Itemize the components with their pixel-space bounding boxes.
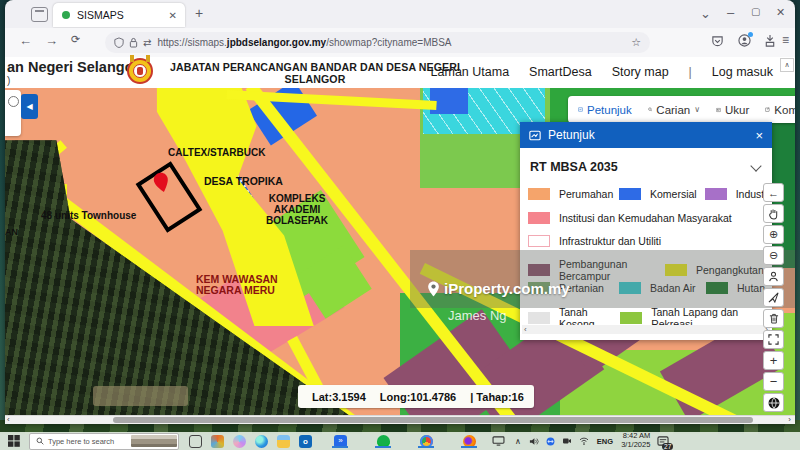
paint3d-icon[interactable] [211, 435, 224, 448]
hscroll-thumb[interactable] [113, 417, 753, 423]
tray-language[interactable]: ENG [597, 437, 613, 446]
eye-icon[interactable] [8, 96, 19, 107]
map-label-an: AN [5, 228, 18, 238]
status-long: Long:101.4786 [380, 391, 456, 403]
legend-panel-header[interactable]: Petunjuk × [520, 122, 772, 148]
hscroll-left-icon[interactable]: ‹ [7, 415, 10, 424]
swatch-komersial [619, 188, 641, 200]
back-tool-button[interactable]: ← [763, 183, 784, 202]
fullscreen-button[interactable] [763, 330, 784, 349]
tab-list-button[interactable]: ⌄ [700, 6, 711, 21]
map-label-townhouse: 48 units Townhouse [41, 211, 136, 222]
site-header: an Negeri Selangor ) JABATAN PERANCANGAN… [5, 57, 795, 88]
clipped-header-text2: ) [7, 75, 10, 86]
tab-close-icon[interactable]: ✕ [169, 10, 177, 21]
tray-camera-icon[interactable] [562, 437, 572, 445]
extensions-icon[interactable] [764, 34, 776, 47]
tray-volume-icon[interactable] [529, 437, 539, 446]
file-explorer-icon[interactable] [277, 435, 290, 448]
clipped-header-text: an Negeri Selangor [7, 59, 139, 75]
tab-bar: SISMAPS ✕ + ⌄ – ▢ ✕ [5, 0, 795, 28]
nav-log-masuk[interactable]: Log masuk [712, 65, 773, 79]
pocket-icon[interactable] [711, 35, 724, 48]
permissions-icon[interactable]: ⇄ [143, 37, 151, 48]
reload-button[interactable]: ⟳ [71, 33, 80, 46]
zoom-in-circle-button[interactable]: ⊕ [763, 225, 784, 244]
status-tahap: | Tahap:16 [470, 391, 524, 403]
tray-notifications[interactable]: 27 [657, 436, 669, 447]
copilot-icon[interactable] [233, 435, 246, 448]
tray-monitor-icon[interactable] [492, 436, 505, 446]
swatch-rekreasi [620, 312, 642, 324]
toolbar-carian[interactable]: Carian [656, 104, 690, 116]
spotify-task[interactable] [377, 435, 390, 448]
tray-clock[interactable]: 8:42 AM 3/1/2025 [621, 432, 650, 449]
nav-laman-utama[interactable]: Laman Utama [431, 65, 510, 79]
tray-teamviewer-icon[interactable] [546, 437, 555, 446]
tray-date: 3/1/2025 [621, 441, 650, 450]
legend-hscrollbar[interactable]: ‹ › [522, 325, 770, 334]
chrome-task[interactable] [420, 435, 433, 448]
collapse-panel-button[interactable]: ◀ [21, 94, 38, 119]
navigate-arrow-button[interactable] [763, 288, 784, 307]
browser-tab[interactable]: SISMAPS ✕ [53, 3, 185, 27]
firefox-view-icon[interactable] [31, 7, 48, 22]
map-label-caltex: CALTEX/STARBUCK [168, 148, 265, 159]
selangor-crest-logo [125, 57, 157, 88]
legend-icon [578, 104, 583, 115]
page-scroll-up-arrow[interactable]: ∧ [780, 58, 794, 72]
firefox-task[interactable] [463, 435, 476, 448]
swatch-institusi [528, 212, 550, 224]
menu-hamburger-icon[interactable]: ≡ [782, 33, 789, 47]
site-nav: Laman Utama SmartDesa Story map | Log ma… [431, 65, 773, 79]
carian-chevron-icon[interactable]: ∨ [694, 105, 700, 114]
basemap-globe-button[interactable] [763, 393, 784, 412]
window-close-button[interactable]: ✕ [776, 6, 785, 19]
map-canvas[interactable]: CALTEX/STARBUCK DESA TROPIKA KOMPLEKS AK… [5, 88, 795, 415]
shield-icon[interactable] [114, 37, 124, 48]
account-icon[interactable] [738, 34, 751, 47]
toolbar-komen[interactable]: Kom [774, 104, 795, 116]
legend-row-2: Institusi dan Kemudahan Masyarakat [528, 212, 732, 224]
taskbar-search-box[interactable]: Type here to search [29, 433, 179, 450]
map-label-kompleks: KOMPLEKS AKADEMI BOLASEPAK [257, 194, 337, 226]
tab-favicon [62, 11, 70, 19]
nav-divider: | [689, 65, 692, 79]
lock-icon[interactable] [129, 37, 138, 48]
tray-wifi-icon[interactable] [579, 437, 589, 445]
user-location-button[interactable] [763, 267, 784, 286]
bookmark-star-icon[interactable]: ☆ [631, 36, 641, 49]
browser-window: SISMAPS ✕ + ⌄ – ▢ ✕ ← → ⟳ ⇄ https://sism… [5, 0, 795, 424]
legend-plan-title: RT MBSA 2035 [530, 160, 618, 174]
window-maximize-button[interactable]: ▢ [751, 6, 760, 17]
nav-smartdesa[interactable]: SmartDesa [529, 65, 592, 79]
tray-hidden-icons-chevron[interactable]: ∧ [515, 437, 521, 446]
toolbar-petunjuk[interactable]: Petunjuk [587, 104, 632, 116]
outlook-icon[interactable]: o [299, 435, 312, 448]
nav-story-map[interactable]: Story map [612, 65, 669, 79]
forward-button[interactable]: → [45, 33, 58, 48]
pan-hand-button[interactable] [763, 204, 784, 223]
window-minimize-button[interactable]: – [727, 5, 734, 20]
legend-close-icon[interactable]: × [755, 128, 763, 143]
teamviewer-task[interactable]: » [334, 435, 347, 448]
back-button[interactable]: ← [19, 33, 32, 48]
start-button[interactable] [8, 435, 20, 447]
legend-scroll-left-icon[interactable]: ‹ [524, 325, 527, 334]
status-lat: Lat:3.1594 [312, 391, 366, 403]
legend-expand-chevron-icon[interactable] [750, 160, 761, 171]
delete-trash-button[interactable] [763, 309, 784, 328]
zoom-in-button[interactable]: + [763, 351, 784, 370]
swatch-infrastruktur [528, 235, 550, 247]
address-field[interactable]: ⇄ https://sismaps.jpbdselangor.gov.my/sh… [105, 32, 650, 53]
new-tab-button[interactable]: + [195, 5, 203, 21]
toolbar-ukur[interactable]: Ukur [725, 104, 749, 116]
edge-icon[interactable] [255, 435, 268, 448]
hscroll-right-icon[interactable]: › [788, 415, 791, 424]
zoom-out-circle-button[interactable]: ⊖ [763, 246, 784, 265]
swatch-industri [705, 188, 727, 200]
zoom-out-button[interactable]: − [763, 372, 784, 391]
swatch-perumahan [528, 188, 550, 200]
page-hscrollbar[interactable]: ‹ › [5, 415, 795, 424]
task-view-icon[interactable] [189, 435, 202, 448]
